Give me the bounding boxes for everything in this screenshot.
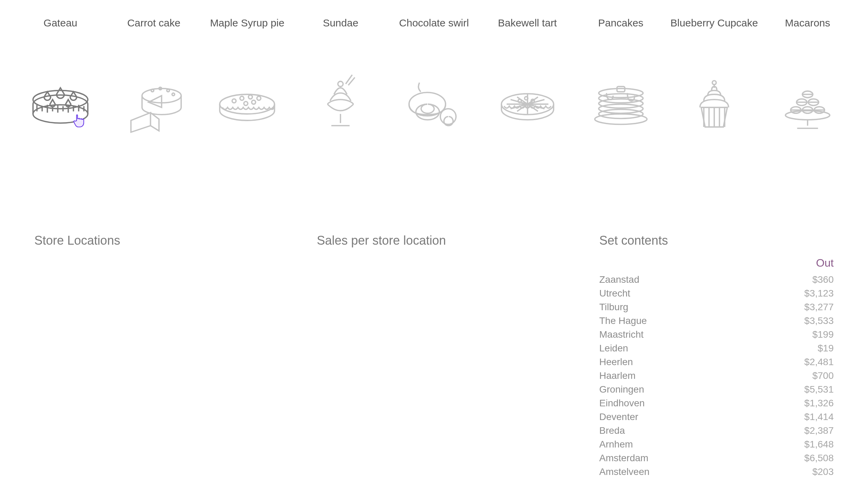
set-row-value: $3,277 [804,302,834,313]
gateau-icon [26,67,95,135]
set-row-city: Arnhem [599,439,633,450]
set-row-value: $1,414 [804,411,834,422]
category-label: Macarons [785,17,830,29]
set-row-city: The Hague [599,315,647,326]
set-contents-row[interactable]: Haarlem$700 [599,369,834,383]
category-label: Blueberry Cupcake [670,17,758,29]
set-row-value: $2,481 [804,357,834,368]
set-contents-row[interactable]: Heerlen$2,481 [599,355,834,369]
set-row-city: Groningen [599,384,644,395]
category-card-bakewell-tart[interactable]: Bakewell tart [481,17,574,135]
category-label: Bakewell tart [498,17,557,29]
set-row-value: $1,648 [804,439,834,450]
category-label: Maple Syrup pie [210,17,285,29]
category-label: Chocolate swirl [399,17,469,29]
set-row-city: Utrecht [599,288,630,299]
category-label: Carrot cake [127,17,181,29]
set-contents-table: Out Zaanstad$360Utrecht$3,123Tilburg$3,2… [599,255,834,477]
set-row-city: Amsterdam [599,453,648,464]
category-label: Sundae [323,17,358,29]
set-row-city: Leiden [599,343,628,354]
macarons-icon [773,67,842,135]
category-card-blueberry-cupcake[interactable]: Blueberry Cupcake [668,17,761,135]
set-row-value: $199 [812,329,834,340]
category-card-carrot-cake[interactable]: Carrot cake [107,17,200,135]
set-contents-row[interactable]: Zaanstad$360 [599,273,834,287]
set-row-city: Zaanstad [599,274,639,285]
set-contents-row[interactable]: Eindhoven$1,326 [599,396,834,410]
category-card-chocolate-swirl[interactable]: Chocolate swirl [387,17,481,135]
carrot-cake-icon [119,67,188,135]
sundae-icon [306,67,375,135]
set-row-city: Amstelveen [599,466,649,477]
store-locations-title: Store Locations [34,233,269,248]
set-contents-row[interactable]: Breda$2,387 [599,424,834,438]
set-row-city: Breda [599,425,625,436]
set-contents-row[interactable]: Amstelveen$203 [599,465,834,477]
category-card-pancakes[interactable]: Pancakes [574,17,668,135]
pie-icon [213,67,281,135]
set-row-value: $3,123 [804,288,834,299]
sales-panel: Sales per store location [317,233,551,477]
swirl-roll-icon [400,67,468,135]
set-row-city: Deventer [599,411,638,422]
set-contents-row[interactable]: Groningen$5,531 [599,383,834,396]
set-row-value: $700 [812,370,834,381]
set-row-city: Heerlen [599,357,633,368]
set-contents-row[interactable]: Amsterdam$6,508 [599,451,834,465]
set-row-value: $203 [812,466,834,477]
set-contents-row[interactable]: Tilburg$3,277 [599,300,834,314]
cupcake-icon [680,67,749,135]
set-row-value: $5,531 [804,384,834,395]
set-contents-panel: Set contents Out Zaanstad$360Utrecht$3,1… [599,233,834,477]
set-row-city: Eindhoven [599,398,645,409]
set-contents-row[interactable]: Maastricht$199 [599,328,834,341]
set-row-city: Tilburg [599,302,628,313]
category-card-gateau[interactable]: Gateau [14,17,107,135]
set-row-value: $2,387 [804,425,834,436]
category-card-macarons[interactable]: Macarons [761,17,854,135]
category-label: Pancakes [598,17,644,29]
set-contents-row[interactable]: The Hague$3,533 [599,314,834,328]
set-row-value: $6,508 [804,453,834,464]
set-contents-row[interactable]: Leiden$19 [599,341,834,355]
panels-row: Store Locations Sales per store location… [0,233,868,477]
set-row-city: Maastricht [599,329,644,340]
category-row: Gateau Carrot cake Maple Syrup pie Sunda… [0,0,868,135]
sales-panel-title: Sales per store location [317,233,551,248]
set-contents-row[interactable]: Arnhem$1,648 [599,438,834,451]
set-row-value: $360 [812,274,834,285]
set-row-value: $3,533 [804,315,834,326]
set-row-value: $1,326 [804,398,834,409]
category-card-maple-syrup-pie[interactable]: Maple Syrup pie [200,17,294,135]
set-row-city: Haarlem [599,370,636,381]
category-label: Gateau [44,17,77,29]
pancakes-icon [587,67,655,135]
category-card-sundae[interactable]: Sundae [294,17,387,135]
set-contents-row[interactable]: Deventer$1,414 [599,410,834,424]
set-contents-row[interactable]: Utrecht$3,123 [599,287,834,300]
tart-icon [493,67,562,135]
set-row-value: $19 [818,343,834,354]
set-contents-header: Out [599,255,834,273]
store-locations-panel: Store Locations [34,233,269,477]
set-contents-title: Set contents [599,233,834,248]
